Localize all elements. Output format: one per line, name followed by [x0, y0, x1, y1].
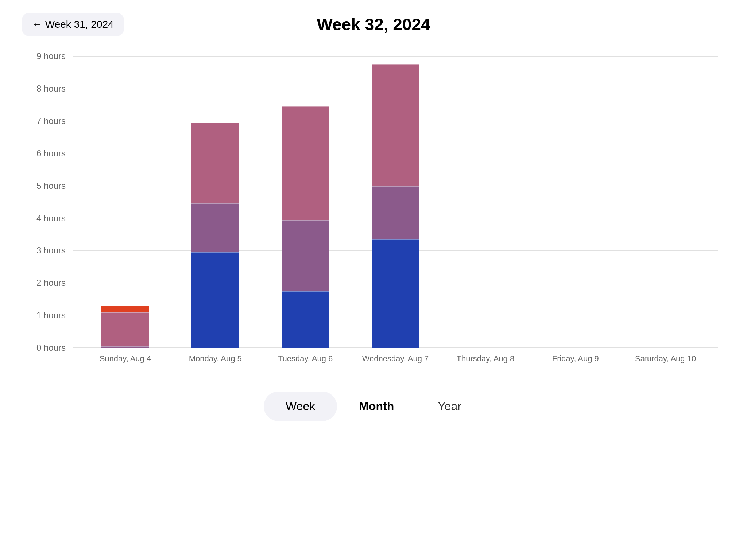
chart-area: Sunday, Aug 4Monday, Aug 5Tuesday, Aug 6… [73, 56, 718, 370]
bar-stack [282, 106, 329, 348]
bar-segment [101, 312, 149, 346]
bars-area [73, 56, 718, 348]
x-axis-label: Sunday, Aug 4 [80, 354, 170, 363]
x-labels: Sunday, Aug 4Monday, Aug 5Tuesday, Aug 6… [73, 348, 718, 370]
period-button-week[interactable]: Week [264, 392, 337, 421]
bar-segment [282, 291, 329, 348]
bar-segment [372, 239, 419, 348]
back-button[interactable]: ← Week 31, 2024 [22, 13, 124, 36]
bar-segment [372, 64, 419, 186]
x-axis-label: Tuesday, Aug 6 [260, 354, 351, 363]
bar-segment [191, 122, 239, 203]
header: ← Week 31, 2024 Week 32, 2024 [0, 0, 747, 42]
bar-segment [101, 306, 149, 312]
y-axis: 0 hours1 hours2 hours3 hours4 hours5 hou… [29, 56, 73, 370]
x-axis-label: Monday, Aug 5 [170, 354, 260, 363]
bar-stack [372, 64, 419, 348]
bar-segment [372, 186, 419, 240]
bar-segment [191, 203, 239, 252]
bar-segment [191, 252, 239, 348]
x-axis-label: Wednesday, Aug 7 [351, 354, 441, 363]
x-axis-label: Friday, Aug 9 [530, 354, 620, 363]
bar-group [260, 106, 351, 348]
bar-group [351, 64, 441, 348]
bar-segment [282, 106, 329, 220]
x-axis-label: Saturday, Aug 10 [620, 354, 711, 363]
bar-stack [191, 122, 239, 348]
bar-stack [101, 306, 149, 348]
bar-group [80, 306, 170, 348]
page-title: Week 32, 2024 [317, 15, 430, 34]
period-button-year[interactable]: Year [416, 392, 483, 421]
period-controls: WeekMonthYear [0, 392, 747, 421]
chart-container: 0 hours1 hours2 hours3 hours4 hours5 hou… [0, 42, 747, 370]
x-axis-label: Thursday, Aug 8 [440, 354, 530, 363]
bar-segment [282, 220, 329, 291]
period-button-month[interactable]: Month [337, 392, 416, 421]
bar-group [170, 122, 260, 348]
